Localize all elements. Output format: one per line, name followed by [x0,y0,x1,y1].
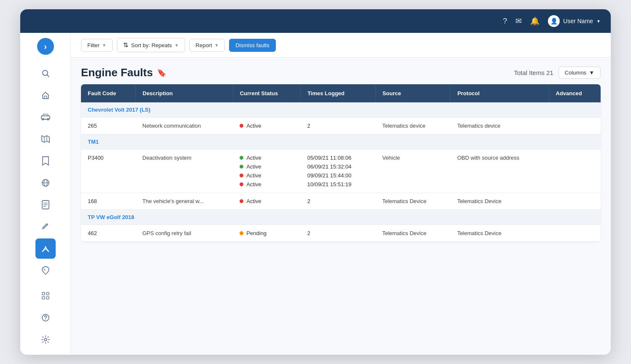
table-row: 265 Network communication Active [81,118,601,134]
status-dot-green [240,165,243,169]
source-cell: Telematics Device [375,225,450,242]
sidebar-item-settings[interactable] [35,329,56,350]
sidebar-item-network[interactable] [35,173,56,193]
sidebar-item-vehicles[interactable] [35,107,56,127]
sidebar-item-edit[interactable] [35,217,56,237]
protocol-cell: Telematics Device [450,225,549,242]
dismiss-faults-button[interactable]: Dismiss faults [229,39,275,52]
col-current-status[interactable]: Current Status [233,84,300,102]
times-cell: 2 [300,118,375,134]
status-dot-red [240,124,243,128]
status-cell: Active Active Active [233,150,300,193]
user-menu[interactable]: 👤 User Name ▼ [548,15,601,27]
status-label: Active [246,163,261,170]
advanced-cell [549,150,601,193]
fault-code-cell: 462 [81,225,136,242]
sort-label: Sort by: Repeats [131,42,172,48]
sidebar-item-help[interactable] [35,308,56,328]
main-layout: › [20,33,611,355]
group-row: TP VW eGolf 2018 [81,210,601,225]
svg-rect-19 [42,297,45,299]
table-container: Fault Code Description Current Status Ti… [71,84,611,355]
page-title: Engine Faults [81,66,153,79]
sidebar-item-home[interactable] [35,85,56,105]
table-row: 168 The vehicle's general w... Active [81,193,601,210]
col-description[interactable]: Description [136,84,233,102]
description-cell: Network communication [136,118,233,134]
status-dot-orange [240,231,243,235]
status-cell: Pending [233,225,300,242]
status-dot-red [240,199,243,203]
user-name-label: User Name [563,18,593,24]
sort-button[interactable]: ⇅ Sort by: Repeats ▼ [117,38,185,52]
notifications-icon[interactable]: 🔔 [530,16,539,26]
sidebar-item-reports[interactable] [35,195,56,215]
col-source[interactable]: Source [375,84,450,102]
protocol-cell: OBD with source address [450,150,549,193]
sidebar-item-bookmarks[interactable] [35,151,56,171]
columns-button[interactable]: Columns ▼ [558,67,601,79]
table-row: 462 GPS config retry fail Pending [81,225,601,242]
page-title-row: Engine Faults 🔖 [81,66,166,79]
times-cell: 2 [300,225,375,242]
svg-rect-18 [46,292,49,295]
col-advanced[interactable]: Advanced [549,84,601,102]
svg-point-23 [44,338,47,341]
toolbar: Filter ▼ ⇅ Sort by: Repeats ▼ Report ▼ D… [71,33,611,58]
faults-table: Fault Code Description Current Status Ti… [81,84,601,242]
group-name: TP VW eGolf 2018 [81,210,601,225]
advanced-cell [549,193,601,210]
sidebar: › [20,33,71,355]
report-chevron: ▼ [215,43,219,48]
table-header: Fault Code Description Current Status Ti… [81,84,601,102]
status-cell: Active [233,193,300,210]
protocol-cell: Telematics Device [450,193,549,210]
filter-label: Filter [87,42,100,48]
sort-icon: ⇅ [123,41,129,49]
status-label: Active [246,198,261,204]
content-area: Filter ▼ ⇅ Sort by: Repeats ▼ Report ▼ D… [71,33,611,355]
sidebar-item-grid[interactable] [35,286,56,306]
sort-chevron: ▼ [175,43,179,48]
app-window: ? ✉ 🔔 👤 User Name ▼ › [20,9,611,355]
description-cell: Deactivation system [136,150,233,193]
page-header: Engine Faults 🔖 Total Items 21 Columns ▼ [71,58,611,84]
times-cell: 2 [300,193,375,210]
report-button[interactable]: Report ▼ [189,39,225,52]
table-body: Chevrolet Volt 2017 (LS) 265 Network com… [81,102,601,242]
sidebar-item-map[interactable] [35,129,56,149]
filter-button[interactable]: Filter ▼ [81,39,113,52]
sidebar-logo[interactable]: › [37,38,54,55]
source-cell: Vehicle [375,150,450,193]
total-items-area: Total Items 21 Columns ▼ [514,67,601,79]
status-label: Active [246,172,261,179]
status-dot-red [240,174,243,177]
group-name: TM1 [81,134,601,150]
sidebar-item-eco[interactable] [35,260,56,281]
col-protocol[interactable]: Protocol [450,84,549,102]
col-fault-code[interactable]: Fault Code [81,84,136,102]
fault-code-cell: 265 [81,118,136,134]
user-avatar: 👤 [548,15,560,27]
times-cell: 05/09/21 11:08:06 06/09/21 15:32:04 09/0… [300,150,375,193]
col-times-logged[interactable]: Times Logged [300,84,375,102]
status-dot-green [240,156,243,160]
sidebar-item-search[interactable] [35,63,56,83]
svg-marker-6 [42,136,49,142]
user-menu-chevron: ▼ [596,19,601,24]
sidebar-item-faults[interactable] [35,238,56,259]
status-label: Pending [246,230,267,236]
dismiss-label: Dismiss faults [235,42,269,48]
help-icon[interactable]: ? [503,17,507,26]
advanced-cell [549,225,601,242]
description-cell: The vehicle's general w... [136,193,233,210]
protocol-cell: Telematics device [450,118,549,134]
fault-code-cell: P3400 [81,150,136,193]
status-label: Active [246,123,261,129]
group-name: Chevrolet Volt 2017 (LS) [81,102,601,118]
source-cell: Telematics device [375,118,450,134]
svg-rect-17 [42,292,45,295]
description-cell: GPS config retry fail [136,225,233,242]
messages-icon[interactable]: ✉ [515,16,522,26]
bookmark-icon[interactable]: 🔖 [157,68,166,78]
